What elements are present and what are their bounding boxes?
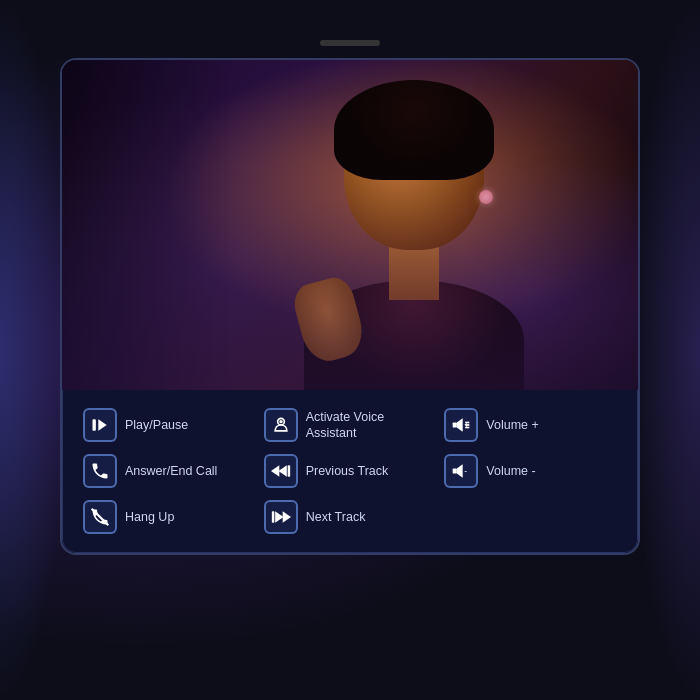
svg-point-3 bbox=[279, 420, 282, 423]
svg-rect-13 bbox=[453, 469, 457, 474]
previous-track-svg bbox=[271, 461, 291, 481]
svg-rect-0 bbox=[93, 419, 96, 431]
device-notch bbox=[320, 40, 380, 46]
hang-up-label: Hang Up bbox=[125, 509, 174, 525]
control-item-previous-track: Previous Track bbox=[264, 454, 437, 488]
volume-down-label: Volume - bbox=[486, 463, 535, 479]
svg-text:+: + bbox=[465, 420, 470, 430]
screen-frame: Play/Pause Activate Voice Assistant bbox=[60, 58, 640, 555]
play-pause-icon bbox=[83, 408, 117, 442]
empty-cell bbox=[444, 500, 617, 534]
voice-assistant-label: Activate Voice Assistant bbox=[306, 409, 437, 442]
volume-up-label: Volume + bbox=[486, 417, 538, 433]
phone-svg bbox=[90, 461, 110, 481]
answer-call-label: Answer/End Call bbox=[125, 463, 217, 479]
control-item-play-pause: Play/Pause bbox=[83, 408, 256, 442]
svg-marker-1 bbox=[98, 419, 106, 431]
svg-rect-12 bbox=[287, 465, 290, 477]
voice-assistant-icon bbox=[264, 408, 298, 442]
play-pause-svg bbox=[90, 415, 110, 435]
svg-marker-18 bbox=[282, 511, 290, 523]
controls-panel: Play/Pause Activate Voice Assistant bbox=[62, 390, 638, 553]
next-track-svg bbox=[271, 507, 291, 527]
voice-assistant-svg bbox=[271, 415, 291, 435]
volume-down-icon: - bbox=[444, 454, 478, 488]
svg-text:-: - bbox=[465, 466, 468, 476]
phone-icon bbox=[83, 454, 117, 488]
control-item-volume-down: - Volume - bbox=[444, 454, 617, 488]
purple-tint bbox=[62, 60, 638, 390]
control-item-hang-up: Hang Up bbox=[83, 500, 256, 534]
svg-marker-11 bbox=[271, 465, 279, 477]
previous-track-label: Previous Track bbox=[306, 463, 389, 479]
svg-rect-19 bbox=[271, 511, 274, 523]
svg-marker-14 bbox=[457, 464, 463, 477]
next-track-icon bbox=[264, 500, 298, 534]
hang-up-icon bbox=[83, 500, 117, 534]
svg-marker-17 bbox=[275, 511, 283, 523]
svg-rect-4 bbox=[453, 423, 457, 428]
volume-up-icon: + bbox=[444, 408, 478, 442]
volume-down-svg: - bbox=[451, 461, 471, 481]
svg-marker-10 bbox=[278, 465, 286, 477]
next-track-label: Next Track bbox=[306, 509, 366, 525]
controls-grid: Play/Pause Activate Voice Assistant bbox=[83, 408, 617, 534]
hang-up-svg bbox=[90, 507, 110, 527]
control-item-volume-up: + Volume + bbox=[444, 408, 617, 442]
play-pause-label: Play/Pause bbox=[125, 417, 188, 433]
svg-marker-5 bbox=[457, 418, 463, 431]
control-item-next-track: Next Track bbox=[264, 500, 437, 534]
previous-track-icon bbox=[264, 454, 298, 488]
volume-up-svg: + bbox=[451, 415, 471, 435]
hero-image bbox=[62, 60, 638, 390]
control-item-answer-call: Answer/End Call bbox=[83, 454, 256, 488]
person-silhouette bbox=[62, 60, 638, 390]
control-item-voice-assistant: Activate Voice Assistant bbox=[264, 408, 437, 442]
main-container: Play/Pause Activate Voice Assistant bbox=[0, 0, 700, 700]
